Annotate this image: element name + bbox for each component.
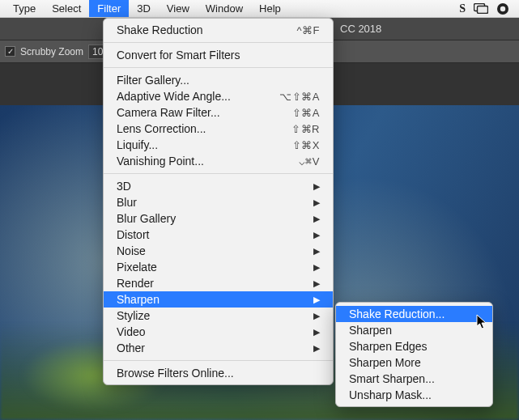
menu-item-label: Smart Sharpen... <box>349 372 479 385</box>
status-s-icon[interactable]: S <box>459 2 466 15</box>
menu-label: Type <box>13 2 36 15</box>
menu-view[interactable]: View <box>159 0 198 17</box>
menu-item-video[interactable]: Video▶ <box>104 324 333 340</box>
filter-menu-dropdown: Shake Reduction^⌘FConvert for Smart Filt… <box>103 18 334 385</box>
menu-label: Help <box>259 2 281 15</box>
menu-3d[interactable]: 3D <box>129 0 159 17</box>
menu-item-3d[interactable]: 3D▶ <box>104 178 333 194</box>
menu-item-label: Blur <box>117 196 294 209</box>
submenu-arrow-icon: ▶ <box>313 343 320 354</box>
menu-item-shortcut: ⇧⌘A <box>292 107 320 119</box>
cc-status-icon[interactable] <box>496 2 509 15</box>
menu-item-shortcut: ⌵⌘V <box>299 155 320 168</box>
submenu-item-shake-reduction[interactable]: Shake Reduction... <box>336 306 492 322</box>
menu-filter[interactable]: Filter <box>89 0 129 17</box>
menu-item-label: Distort <box>117 228 294 241</box>
menu-item-label: Pixelate <box>117 261 294 274</box>
scrubby-zoom-checkbox[interactable]: ✓ <box>5 46 15 57</box>
scrubby-zoom-label: Scrubby Zoom <box>20 46 83 57</box>
submenu-arrow-icon: ▶ <box>313 197 320 208</box>
menu-separator <box>104 173 333 174</box>
menu-item-label: Convert for Smart Filters <box>117 49 320 62</box>
submenu-item-sharpen-more[interactable]: Sharpen More <box>336 354 492 371</box>
menu-window[interactable]: Window <box>198 0 251 17</box>
menu-item-vanishing-point[interactable]: Vanishing Point...⌵⌘V <box>104 153 333 169</box>
submenu-item-unsharp-mask[interactable]: Unsharp Mask... <box>336 387 492 403</box>
menu-item-label: Adaptive Wide Angle... <box>117 90 260 103</box>
menu-item-label: Vanishing Point... <box>117 155 279 168</box>
svg-point-3 <box>500 6 505 11</box>
menu-item-label: Sharpen More <box>349 356 479 369</box>
submenu-item-sharpen[interactable]: Sharpen <box>336 322 492 338</box>
submenu-arrow-icon: ▶ <box>313 230 320 240</box>
app-title-suffix: CC 2018 <box>340 23 381 35</box>
menu-item-render[interactable]: Render▶ <box>104 275 333 291</box>
menu-item-label: Camera Raw Filter... <box>117 106 273 119</box>
submenu-arrow-icon: ▶ <box>313 311 320 321</box>
menu-item-other[interactable]: Other▶ <box>104 340 333 356</box>
menu-item-shortcut: ⇧⌘X <box>292 139 320 151</box>
menu-item-noise[interactable]: Noise▶ <box>104 243 333 259</box>
menu-select[interactable]: Select <box>44 0 89 17</box>
submenu-arrow-icon: ▶ <box>313 295 320 305</box>
menu-item-label: Sharpen <box>117 293 294 306</box>
submenu-item-sharpen-edges[interactable]: Sharpen Edges <box>336 338 492 354</box>
menu-type[interactable]: Type <box>5 0 44 17</box>
menu-item-label: Shake Reduction <box>117 23 277 36</box>
menu-label: 3D <box>137 2 151 15</box>
menu-item-label: Video <box>117 325 294 338</box>
menu-item-label: Stylize <box>117 309 294 322</box>
menu-separator <box>104 360 333 361</box>
submenu-arrow-icon: ▶ <box>313 327 320 337</box>
menu-separator <box>104 67 333 68</box>
menu-item-liquify[interactable]: Liquify...⇧⌘X <box>104 137 333 153</box>
menu-item-stylize[interactable]: Stylize▶ <box>104 308 333 324</box>
menu-item-label: Sharpen Edges <box>349 340 479 353</box>
menu-item-label: Sharpen <box>349 324 479 337</box>
menu-item-adaptive-wide-angle[interactable]: Adaptive Wide Angle...⌥⇧⌘A <box>104 88 333 104</box>
menu-item-browse-filters-online[interactable]: Browse Filters Online... <box>104 365 333 381</box>
menu-item-label: Browse Filters Online... <box>117 367 320 380</box>
mac-menubar: Type Select Filter 3D View Window Help S <box>0 0 519 18</box>
submenu-arrow-icon: ▶ <box>313 214 320 224</box>
submenu-arrow-icon: ▶ <box>313 181 320 192</box>
menu-item-filter-gallery[interactable]: Filter Gallery... <box>104 72 333 88</box>
menu-item-label: Shake Reduction... <box>349 308 479 320</box>
menu-item-label: Blur Gallery <box>117 212 294 225</box>
menu-item-convert-for-smart-filters[interactable]: Convert for Smart Filters <box>104 47 333 63</box>
menu-label: Window <box>206 2 243 15</box>
menu-help[interactable]: Help <box>251 0 289 17</box>
submenu-arrow-icon: ▶ <box>313 246 320 257</box>
menu-item-shake-reduction[interactable]: Shake Reduction^⌘F <box>104 22 333 38</box>
menu-item-label: Other <box>117 342 294 354</box>
submenu-item-smart-sharpen[interactable]: Smart Sharpen... <box>336 371 492 387</box>
menu-item-shortcut: ⌥⇧⌘A <box>279 91 320 103</box>
menu-item-blur-gallery[interactable]: Blur Gallery▶ <box>104 210 333 227</box>
submenu-arrow-icon: ▶ <box>313 278 320 289</box>
menu-item-label: Liquify... <box>117 138 273 151</box>
menu-item-label: Lens Correction... <box>117 122 272 135</box>
menu-label: Filter <box>97 2 121 15</box>
menu-item-label: 3D <box>117 180 294 193</box>
screens-icon[interactable] <box>474 3 488 14</box>
menu-item-shortcut: ^⌘F <box>296 24 320 36</box>
menu-item-label: Noise <box>117 244 294 257</box>
menu-item-label: Render <box>117 277 294 290</box>
menu-item-lens-correction[interactable]: Lens Correction...⇧⌘R <box>104 121 333 137</box>
menu-item-distort[interactable]: Distort▶ <box>104 227 333 243</box>
menu-item-pixelate[interactable]: Pixelate▶ <box>104 259 333 275</box>
sharpen-submenu: Shake Reduction...SharpenSharpen EdgesSh… <box>335 302 493 407</box>
menu-label: Select <box>52 2 81 15</box>
menu-item-label: Unsharp Mask... <box>349 388 479 401</box>
svg-rect-1 <box>478 6 488 14</box>
menu-item-label: Filter Gallery... <box>117 74 320 87</box>
menu-separator <box>104 42 333 43</box>
menu-item-sharpen[interactable]: Sharpen▶ <box>104 291 333 308</box>
menu-item-shortcut: ⇧⌘R <box>291 123 320 135</box>
menu-item-camera-raw-filter[interactable]: Camera Raw Filter...⇧⌘A <box>104 104 333 121</box>
menu-label: View <box>167 2 189 15</box>
submenu-arrow-icon: ▶ <box>313 262 320 273</box>
menu-item-blur[interactable]: Blur▶ <box>104 194 333 210</box>
